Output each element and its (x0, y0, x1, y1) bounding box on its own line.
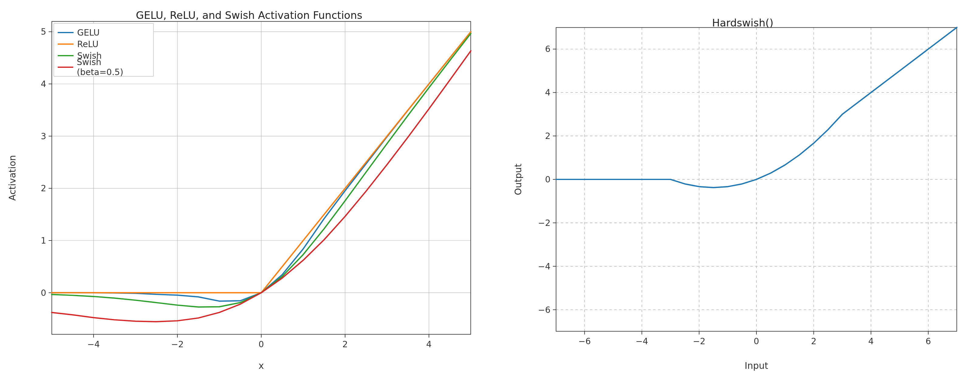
xtick-label: 4 (868, 336, 874, 346)
xtick-label: 2 (342, 340, 348, 349)
xtick-label: −4 (635, 336, 648, 346)
legend-swatch (58, 43, 73, 45)
legend-swatch (58, 32, 73, 33)
legend-label: ReLU (77, 39, 99, 49)
xtick-label: 0 (754, 336, 759, 346)
chart-title: GELU, ReLU, and Swish Activation Functio… (9, 9, 489, 21)
ytick-label: 6 (545, 44, 550, 54)
y-axis-label: Activation (7, 155, 18, 201)
x-axis-label: x (259, 360, 264, 371)
xtick-label: −2 (171, 340, 183, 349)
y-axis-label: Output (513, 164, 523, 195)
chart-title: Hardswish() (511, 17, 975, 29)
legend-swatch (58, 67, 73, 68)
ytick-label: 2 (41, 183, 46, 193)
xtick-label: 0 (259, 340, 264, 349)
ytick-label: 0 (545, 175, 550, 185)
xtick-label: −4 (87, 340, 100, 349)
plot-svg (556, 27, 957, 332)
legend: GELUReLUSwishSwish (beta=0.5) (54, 23, 154, 77)
x-axis-label: Input (745, 360, 768, 371)
legend-item: Swish (beta=0.5) (58, 61, 149, 73)
ytick-label: 4 (545, 88, 550, 97)
ytick-label: 3 (41, 131, 46, 141)
ytick-label: 4 (41, 79, 46, 89)
ytick-label: −2 (538, 218, 550, 228)
legend-swatch (58, 55, 73, 56)
xtick-label: 2 (811, 336, 816, 346)
ytick-label: −6 (538, 304, 550, 315)
xtick-label: 6 (926, 336, 931, 346)
ytick-label: 1 (41, 236, 46, 245)
chart-panel-right: Hardswish()−6−4−20246−6−4−20246InputOutp… (511, 3, 975, 377)
chart-panel-left: GELU, ReLU, and Swish Activation Functio… (9, 3, 489, 377)
legend-item: GELU (58, 27, 149, 38)
legend-label: GELU (77, 28, 100, 38)
legend-item: ReLU (58, 38, 149, 50)
ytick-label: 2 (545, 131, 550, 141)
xtick-label: −2 (693, 336, 705, 346)
xtick-label: −6 (578, 336, 591, 346)
canvas: GELU, ReLU, and Swish Activation Functio… (0, 0, 980, 381)
ytick-label: −4 (538, 261, 550, 271)
legend-label: Swish (beta=0.5) (77, 57, 149, 77)
ytick-label: 5 (41, 27, 46, 37)
ytick-label: 0 (41, 288, 46, 298)
plot-area (556, 27, 957, 332)
xtick-label: 4 (426, 340, 432, 349)
